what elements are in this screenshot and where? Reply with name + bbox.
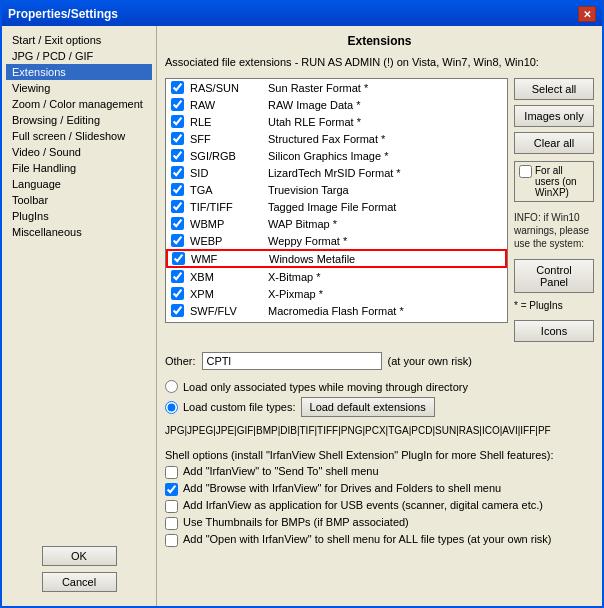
- extensions-string: JPG|JPEG|JPE|GIF|BMP|DIB|TIF|TIFF|PNG|PC…: [165, 423, 594, 439]
- ext-checkbox-6[interactable]: [171, 183, 184, 196]
- ext-desc-9: Weppy Format *: [268, 235, 502, 247]
- ext-list-inner: RAS/SUNSun Raster Format *RAWRAW Image D…: [166, 79, 507, 319]
- ext-checkbox-0[interactable]: [171, 81, 184, 94]
- ext-name-8: WBMP: [190, 218, 262, 230]
- images-only-button[interactable]: Images only: [514, 105, 594, 127]
- ext-row-0: RAS/SUNSun Raster Format *: [166, 79, 507, 96]
- ok-button[interactable]: OK: [42, 546, 117, 566]
- radio-load-only[interactable]: [165, 380, 178, 393]
- ext-row-8: WBMPWAP Bitmap *: [166, 215, 507, 232]
- info-text: INFO: if Win10 warnings, please use the …: [514, 211, 594, 250]
- sidebar-item-12[interactable]: Miscellaneous: [6, 224, 152, 240]
- ext-checkbox-1[interactable]: [171, 98, 184, 111]
- ext-checkbox-8[interactable]: [171, 217, 184, 230]
- shell-checkbox-4[interactable]: [165, 534, 178, 547]
- shell-checks: Add "IrfanView" to "Send To" shell menuA…: [165, 465, 594, 547]
- sidebar-item-5[interactable]: Browsing / Editing: [6, 112, 152, 128]
- window-title: Properties/Settings: [8, 7, 118, 21]
- sidebar: Start / Exit optionsJPG / PCD / GIFExten…: [2, 26, 157, 606]
- ext-desc-7: Tagged Image File Format: [268, 201, 502, 213]
- shell-title: Shell options (install "IrfanView Shell …: [165, 449, 594, 461]
- ext-checkbox-10[interactable]: [172, 252, 185, 265]
- ext-desc-6: Truevision Targa: [268, 184, 502, 196]
- ext-desc-2: Utah RLE Format *: [268, 116, 502, 128]
- ext-checkbox-7[interactable]: [171, 200, 184, 213]
- ext-checkbox-5[interactable]: [171, 166, 184, 179]
- sidebar-nav: Start / Exit optionsJPG / PCD / GIFExten…: [6, 32, 152, 240]
- sidebar-item-9[interactable]: Language: [6, 176, 152, 192]
- for-all-users-check[interactable]: For all users (on WinXP): [514, 161, 594, 202]
- sidebar-item-7[interactable]: Video / Sound: [6, 144, 152, 160]
- ext-checkbox-4[interactable]: [171, 149, 184, 162]
- for-all-users-checkbox[interactable]: [519, 165, 532, 178]
- ext-checkbox-2[interactable]: [171, 115, 184, 128]
- radio-load-custom-label: Load custom file types:: [183, 401, 296, 413]
- ext-name-7: TIF/TIFF: [190, 201, 262, 213]
- ext-row-7: TIF/TIFFTagged Image File Format: [166, 198, 507, 215]
- ext-desc-5: LizardTech MrSID Format *: [268, 167, 502, 179]
- ext-name-13: SWF/FLV: [190, 305, 262, 317]
- plugin-note: * = PlugIns: [514, 300, 594, 311]
- clear-all-button[interactable]: Clear all: [514, 132, 594, 154]
- content-area: Start / Exit optionsJPG / PCD / GIFExten…: [2, 26, 602, 606]
- shell-check-row-3: Use Thumbnails for BMPs (if BMP associat…: [165, 516, 594, 530]
- ext-name-9: WEBP: [190, 235, 262, 247]
- ext-checkbox-3[interactable]: [171, 132, 184, 145]
- ext-row-5: SIDLizardTech MrSID Format *: [166, 164, 507, 181]
- extensions-layout: RAS/SUNSun Raster Format *RAWRAW Image D…: [165, 78, 594, 342]
- ext-checkbox-13[interactable]: [171, 304, 184, 317]
- ext-row-6: TGATruevision Targa: [166, 181, 507, 198]
- other-input[interactable]: [202, 352, 382, 370]
- main-panel: Extensions Associated file extensions - …: [157, 26, 602, 606]
- shell-checkbox-3[interactable]: [165, 517, 178, 530]
- sidebar-item-11[interactable]: PlugIns: [6, 208, 152, 224]
- ext-desc-11: X-Bitmap *: [268, 271, 502, 283]
- close-button[interactable]: ✕: [578, 6, 596, 22]
- properties-window: Properties/Settings ✕ Start / Exit optio…: [0, 0, 604, 608]
- ext-name-11: XBM: [190, 271, 262, 283]
- ext-name-4: SGI/RGB: [190, 150, 262, 162]
- ext-name-2: RLE: [190, 116, 262, 128]
- control-panel-button[interactable]: Control Panel: [514, 259, 594, 293]
- ext-desc-1: RAW Image Data *: [268, 99, 502, 111]
- cancel-button[interactable]: Cancel: [42, 572, 117, 592]
- sidebar-item-0[interactable]: Start / Exit options: [6, 32, 152, 48]
- ext-name-5: SID: [190, 167, 262, 179]
- ext-row-4: SGI/RGBSilicon Graphics Image *: [166, 147, 507, 164]
- ext-row-1: RAWRAW Image Data *: [166, 96, 507, 113]
- sidebar-item-3[interactable]: Viewing: [6, 80, 152, 96]
- ext-checkbox-12[interactable]: [171, 287, 184, 300]
- shell-check-row-4: Add "Open with IrfanView" to shell menu …: [165, 533, 594, 547]
- ext-row-9: WEBPWeppy Format *: [166, 232, 507, 249]
- icons-button[interactable]: Icons: [514, 320, 594, 342]
- select-all-button[interactable]: Select all: [514, 78, 594, 100]
- shell-check-row-1: Add "Browse with IrfanView" for Drives a…: [165, 482, 594, 496]
- section-desc: Associated file extensions - RUN AS ADMI…: [165, 56, 594, 68]
- ext-name-10: WMF: [191, 253, 263, 265]
- ext-row-12: XPMX-Pixmap *: [166, 285, 507, 302]
- sidebar-item-2[interactable]: Extensions: [6, 64, 152, 80]
- shell-checkbox-0[interactable]: [165, 466, 178, 479]
- shell-checkbox-1[interactable]: [165, 483, 178, 496]
- ext-desc-0: Sun Raster Format *: [268, 82, 502, 94]
- ext-desc-12: X-Pixmap *: [268, 288, 502, 300]
- load-default-button[interactable]: Load default extensions: [301, 397, 435, 417]
- radio-load-custom[interactable]: [165, 401, 178, 414]
- sidebar-item-6[interactable]: Full screen / Slideshow: [6, 128, 152, 144]
- extensions-list[interactable]: RAS/SUNSun Raster Format *RAWRAW Image D…: [165, 78, 508, 323]
- other-label: Other:: [165, 355, 196, 367]
- ext-row-11: XBMX-Bitmap *: [166, 268, 507, 285]
- shell-check-row-2: Add IrfanView as application for USB eve…: [165, 499, 594, 513]
- sidebar-item-1[interactable]: JPG / PCD / GIF: [6, 48, 152, 64]
- ext-checkbox-9[interactable]: [171, 234, 184, 247]
- section-title: Extensions: [165, 34, 594, 48]
- ext-desc-3: Structured Fax Format *: [268, 133, 502, 145]
- sidebar-item-8[interactable]: File Handling: [6, 160, 152, 176]
- ext-desc-13: Macromedia Flash Format *: [268, 305, 502, 317]
- shell-check-label-2: Add IrfanView as application for USB eve…: [183, 499, 543, 511]
- sidebar-item-10[interactable]: Toolbar: [6, 192, 152, 208]
- sidebar-item-4[interactable]: Zoom / Color management: [6, 96, 152, 112]
- shell-checkbox-2[interactable]: [165, 500, 178, 513]
- ext-checkbox-11[interactable]: [171, 270, 184, 283]
- ext-desc-10: Windows Metafile: [269, 253, 501, 265]
